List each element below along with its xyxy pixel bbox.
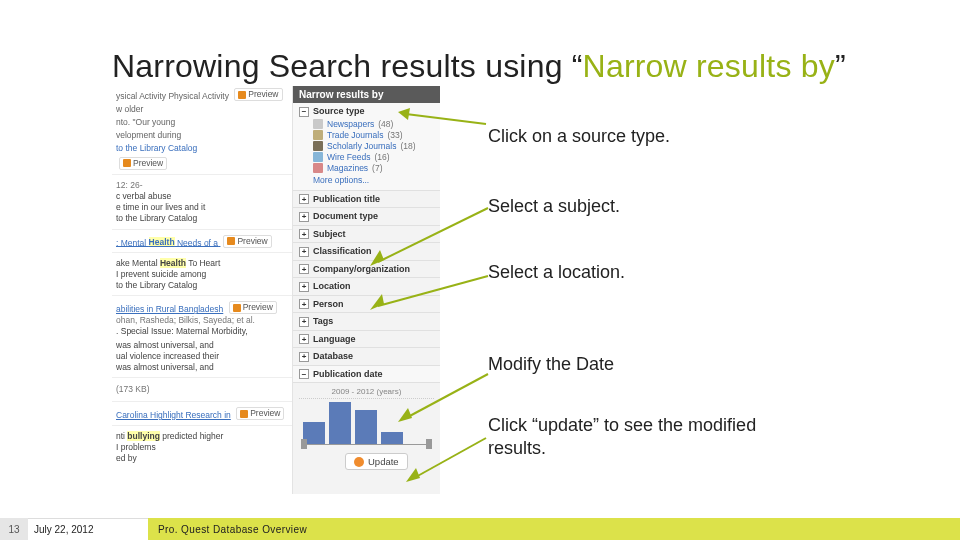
- snippet: w older: [116, 104, 288, 115]
- snippet: c verbal abuse: [116, 191, 288, 202]
- result-fragment: nti bullying predicted higher I problems…: [112, 425, 292, 468]
- result-sub: . Special Issue: Maternal Morbidity,: [116, 326, 288, 337]
- histogram-bar[interactable]: [381, 432, 403, 444]
- source-type-item[interactable]: Newspapers (48): [313, 119, 434, 129]
- expand-icon[interactable]: +: [299, 194, 309, 204]
- facet-person[interactable]: +Person: [293, 296, 440, 314]
- callout-location: Select a location.: [488, 262, 625, 283]
- facet-publication-date[interactable]: −Publication date: [293, 366, 440, 384]
- date-range-area: 2009 - 2012 (years) Update: [293, 383, 440, 478]
- expand-icon[interactable]: +: [299, 247, 309, 257]
- date-slider[interactable]: [301, 444, 432, 445]
- result-fragment: : Mental Health Needs of a Preview: [112, 229, 292, 253]
- collapse-icon[interactable]: −: [299, 369, 309, 379]
- slide-number: 13: [0, 518, 28, 540]
- source-type-list: Newspapers (48) Trade Journals (33) Scho…: [313, 119, 434, 173]
- facet-label: Subject: [313, 229, 346, 239]
- callout-source-type: Click on a source type.: [488, 126, 670, 147]
- histogram-bar[interactable]: [355, 410, 377, 444]
- facet-database[interactable]: +Database: [293, 348, 440, 366]
- expand-icon[interactable]: +: [299, 334, 309, 344]
- facet-classification[interactable]: +Classification: [293, 243, 440, 261]
- expand-icon[interactable]: +: [299, 212, 309, 222]
- source-icon: [313, 163, 323, 173]
- facet-label: Document type: [313, 211, 378, 221]
- source-type-item[interactable]: Scholarly Journals (18): [313, 141, 434, 151]
- facet-document-type[interactable]: +Document type: [293, 208, 440, 226]
- result-title-link[interactable]: Carolina Highlight Research in: [116, 410, 231, 420]
- result-fragment: Carolina Highlight Research in Preview: [112, 401, 292, 425]
- source-type-item[interactable]: Wire Feeds (16): [313, 152, 434, 162]
- source-icon: [313, 130, 323, 140]
- result-fragment: ake Mental Health To Heart I prevent sui…: [112, 252, 292, 295]
- facet-tags[interactable]: +Tags: [293, 313, 440, 331]
- facet-subject[interactable]: +Subject: [293, 226, 440, 244]
- more-options-link[interactable]: More options...: [313, 175, 369, 187]
- expand-icon[interactable]: +: [299, 352, 309, 362]
- snippet: was almost universal, and: [116, 340, 288, 351]
- update-label: Update: [368, 456, 399, 467]
- screenshot-area: ysical Activity Physical Activity Previe…: [112, 86, 440, 494]
- facet-label: Language: [313, 334, 356, 344]
- catalog-link[interactable]: to the Library Catalog: [116, 213, 197, 223]
- facet-label: Person: [313, 299, 344, 309]
- slide-date: July 22, 2012: [28, 518, 148, 540]
- expand-icon[interactable]: +: [299, 317, 309, 327]
- preview-badge[interactable]: Preview: [119, 157, 167, 170]
- catalog-link[interactable]: to the Library Catalog: [116, 143, 197, 153]
- open-quote: “: [572, 48, 583, 84]
- facet-label: Source type: [313, 106, 365, 116]
- callout-update: Click “update” to see the modified resul…: [488, 414, 808, 459]
- source-icon: [313, 119, 323, 129]
- snippet: nto. "Our young: [116, 117, 288, 128]
- result-fragment: 12: 26- c verbal abuse e time in our liv…: [112, 174, 292, 228]
- facet-company-org[interactable]: +Company/organization: [293, 261, 440, 279]
- narrow-panel: Narrow results by −Source type Newspaper…: [292, 86, 440, 494]
- facet-label: Classification: [313, 246, 372, 256]
- slide-footer: 13 July 22, 2012 Pro. Quest Database Ove…: [0, 518, 960, 540]
- source-icon: [313, 141, 323, 151]
- facet-label: Company/organization: [313, 264, 410, 274]
- expand-icon[interactable]: +: [299, 299, 309, 309]
- date-histogram[interactable]: [299, 398, 434, 444]
- narrow-panel-header: Narrow results by: [293, 86, 440, 103]
- expand-icon[interactable]: +: [299, 282, 309, 292]
- result-fragment: ysical Activity Physical Activity Previe…: [112, 86, 292, 174]
- facet-source-type[interactable]: −Source type Newspapers (48) Trade Journ…: [293, 103, 440, 191]
- snippet: I prevent suicide among: [116, 269, 288, 280]
- facet-location[interactable]: +Location: [293, 278, 440, 296]
- facet-label: Publication title: [313, 194, 380, 204]
- expand-icon[interactable]: +: [299, 264, 309, 274]
- title-accent: Narrow results by: [583, 48, 835, 84]
- snippet: e time in our lives and it: [116, 202, 288, 213]
- facet-publication-title[interactable]: +Publication title: [293, 191, 440, 209]
- facet-label: Publication date: [313, 369, 383, 379]
- result-title-link[interactable]: abilities in Rural Bangladesh: [116, 304, 223, 314]
- result-authors: ohan, Rasheda; Bilkis, Sayeda; et al.: [116, 315, 288, 326]
- update-button[interactable]: Update: [345, 453, 408, 470]
- catalog-link[interactable]: to the Library Catalog: [116, 280, 197, 290]
- facet-label: Database: [313, 351, 353, 361]
- snippet: ed by: [116, 453, 288, 464]
- date-range-label: 2009 - 2012 (years): [299, 387, 434, 396]
- preview-badge[interactable]: Preview: [234, 88, 282, 101]
- snippet: I problems: [116, 442, 288, 453]
- result-title-link[interactable]: : Mental Health Needs of a: [116, 237, 220, 247]
- title-prefix: Narrowing Search results using: [112, 48, 572, 84]
- results-column: ysical Activity Physical Activity Previe…: [112, 86, 292, 494]
- source-type-item[interactable]: Magazines (7): [313, 163, 434, 173]
- collapse-icon[interactable]: −: [299, 107, 309, 117]
- facet-label: Location: [313, 281, 351, 291]
- preview-badge[interactable]: Preview: [223, 235, 271, 248]
- facet-language[interactable]: +Language: [293, 331, 440, 349]
- pdf-size: (173 KB): [112, 377, 292, 401]
- expand-icon[interactable]: +: [299, 229, 309, 239]
- preview-badge[interactable]: Preview: [236, 407, 284, 420]
- result-title-frag: ysical Activity Physical Activity: [116, 91, 229, 101]
- histogram-bar[interactable]: [329, 402, 351, 444]
- refresh-icon: [354, 457, 364, 467]
- close-quote: ”: [835, 48, 846, 84]
- source-type-item[interactable]: Trade Journals (33): [313, 130, 434, 140]
- preview-badge[interactable]: Preview: [229, 301, 277, 314]
- callout-subject: Select a subject.: [488, 196, 620, 217]
